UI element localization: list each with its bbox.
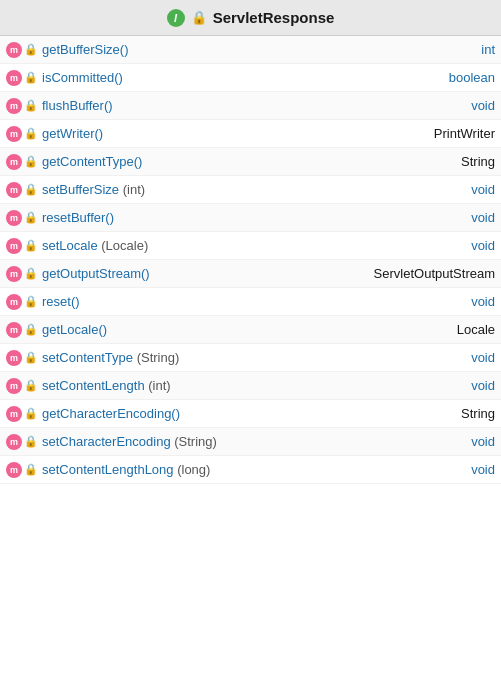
method-row[interactable]: m🔒getBufferSize()int xyxy=(0,36,501,64)
return-type: void xyxy=(471,98,495,113)
header: I 🔒 ServletResponse xyxy=(0,0,501,36)
method-name: resetBuffer() xyxy=(42,210,471,225)
method-badge-m: m xyxy=(6,406,22,422)
method-row[interactable]: m🔒getOutputStream()ServletOutputStream xyxy=(0,260,501,288)
method-name: setContentLengthLong (long) xyxy=(42,462,471,477)
method-row[interactable]: m🔒getWriter()PrintWriter xyxy=(0,120,501,148)
return-type: void xyxy=(471,462,495,477)
method-badge-lock: 🔒 xyxy=(24,463,38,477)
method-row[interactable]: m🔒flushBuffer()void xyxy=(0,92,501,120)
return-type: void xyxy=(471,182,495,197)
method-badge-m: m xyxy=(6,322,22,338)
method-badge-m: m xyxy=(6,266,22,282)
method-badge-lock: 🔒 xyxy=(24,155,38,169)
interface-icon: I xyxy=(167,9,185,27)
method-row[interactable]: m🔒setContentLength (int)void xyxy=(0,372,501,400)
method-name: getCharacterEncoding() xyxy=(42,406,461,421)
method-badge-m: m xyxy=(6,350,22,366)
return-type: void xyxy=(471,350,495,365)
method-row[interactable]: m🔒setContentType (String)void xyxy=(0,344,501,372)
method-name: reset() xyxy=(42,294,471,309)
method-badge-lock: 🔒 xyxy=(24,435,38,449)
method-name: setCharacterEncoding (String) xyxy=(42,434,471,449)
method-name: setBufferSize (int) xyxy=(42,182,471,197)
method-badge-m: m xyxy=(6,462,22,478)
method-badge-m: m xyxy=(6,70,22,86)
method-badge-lock: 🔒 xyxy=(24,71,38,85)
return-type: boolean xyxy=(449,70,495,85)
method-badge-m: m xyxy=(6,42,22,58)
method-badge-m: m xyxy=(6,182,22,198)
method-name: getWriter() xyxy=(42,126,434,141)
method-badge-lock: 🔒 xyxy=(24,43,38,57)
header-title: ServletResponse xyxy=(213,9,335,26)
return-type: void xyxy=(471,210,495,225)
method-badge-m: m xyxy=(6,98,22,114)
method-name: isCommitted() xyxy=(42,70,449,85)
method-name: setContentLength (int) xyxy=(42,378,471,393)
return-type: String xyxy=(461,406,495,421)
return-type: void xyxy=(471,238,495,253)
method-badge-m: m xyxy=(6,126,22,142)
return-type: PrintWriter xyxy=(434,126,495,141)
return-type: void xyxy=(471,378,495,393)
method-row[interactable]: m🔒reset()void xyxy=(0,288,501,316)
method-row[interactable]: m🔒setCharacterEncoding (String)void xyxy=(0,428,501,456)
method-row[interactable]: m🔒isCommitted()boolean xyxy=(0,64,501,92)
return-type: String xyxy=(461,154,495,169)
method-badge-lock: 🔒 xyxy=(24,239,38,253)
method-badge-lock: 🔒 xyxy=(24,323,38,337)
method-list: m🔒getBufferSize()intm🔒isCommitted()boole… xyxy=(0,36,501,484)
return-type: Locale xyxy=(457,322,495,337)
return-type: void xyxy=(471,434,495,449)
method-name: setLocale (Locale) xyxy=(42,238,471,253)
method-row[interactable]: m🔒getCharacterEncoding()String xyxy=(0,400,501,428)
method-row[interactable]: m🔒getContentType()String xyxy=(0,148,501,176)
method-name: getBufferSize() xyxy=(42,42,481,57)
return-type: ServletOutputStream xyxy=(374,266,495,281)
method-row[interactable]: m🔒setLocale (Locale)void xyxy=(0,232,501,260)
method-name: flushBuffer() xyxy=(42,98,471,113)
method-badge-m: m xyxy=(6,294,22,310)
method-name: getOutputStream() xyxy=(42,266,374,281)
lock-icon: 🔒 xyxy=(191,10,207,25)
method-badge-lock: 🔒 xyxy=(24,183,38,197)
method-badge-lock: 🔒 xyxy=(24,295,38,309)
method-badge-m: m xyxy=(6,210,22,226)
method-badge-m: m xyxy=(6,154,22,170)
return-type: int xyxy=(481,42,495,57)
method-name: getContentType() xyxy=(42,154,461,169)
method-name: setContentType (String) xyxy=(42,350,471,365)
method-badge-lock: 🔒 xyxy=(24,379,38,393)
method-row[interactable]: m🔒getLocale()Locale xyxy=(0,316,501,344)
method-row[interactable]: m🔒setContentLengthLong (long)void xyxy=(0,456,501,484)
method-name: getLocale() xyxy=(42,322,457,337)
method-badge-lock: 🔒 xyxy=(24,127,38,141)
return-type: void xyxy=(471,294,495,309)
method-badge-lock: 🔒 xyxy=(24,267,38,281)
method-badge-lock: 🔒 xyxy=(24,211,38,225)
method-badge-m: m xyxy=(6,378,22,394)
method-row[interactable]: m🔒resetBuffer()void xyxy=(0,204,501,232)
method-badge-lock: 🔒 xyxy=(24,407,38,421)
method-row[interactable]: m🔒setBufferSize (int)void xyxy=(0,176,501,204)
method-badge-m: m xyxy=(6,434,22,450)
method-badge-lock: 🔒 xyxy=(24,99,38,113)
method-badge-m: m xyxy=(6,238,22,254)
method-badge-lock: 🔒 xyxy=(24,351,38,365)
